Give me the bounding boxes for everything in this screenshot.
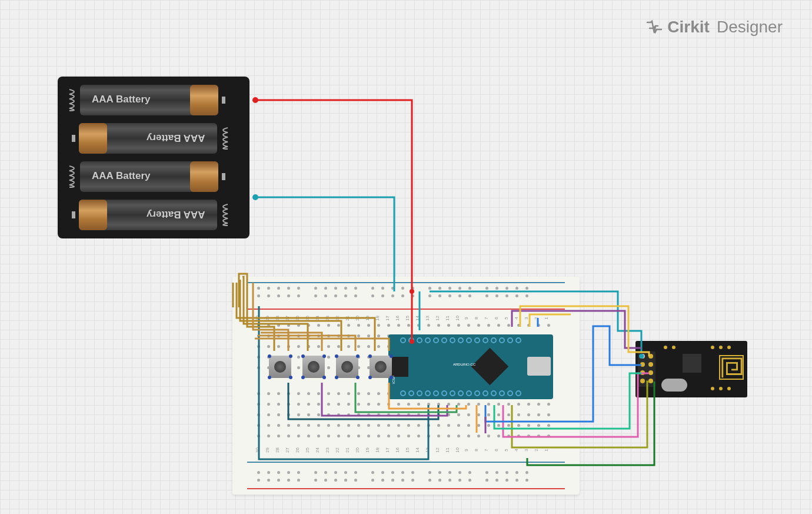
nrf24-pcb-antenna-icon [719, 355, 744, 380]
arduino-atmega-chip-icon [471, 348, 509, 386]
battery-cell-1: AAA Battery [68, 82, 239, 118]
nrf24-chip-icon [683, 354, 701, 373]
battery-label-3: AAA Battery [92, 170, 151, 182]
svg-rect-2 [222, 173, 225, 180]
svg-rect-1 [72, 135, 75, 142]
svg-rect-3 [72, 211, 75, 218]
battery-holder-4xaaa[interactable]: AAA Battery AAA Battery AAA Battery AAA … [58, 77, 249, 238]
arduino-icsp-header [391, 357, 408, 377]
push-button-2[interactable] [302, 356, 325, 378]
logo-text-brand: Cirkit [667, 18, 710, 37]
nrf24-crystal-icon [661, 379, 687, 392]
app-logo-icon [646, 20, 663, 34]
push-button-4[interactable] [370, 356, 392, 378]
push-button-3[interactable] [336, 356, 358, 378]
arduino-mini-usb-icon [527, 357, 551, 376]
nrf24-pin-header [638, 351, 655, 387]
svg-point-7 [252, 194, 258, 200]
push-button-1[interactable] [269, 356, 291, 378]
nrf24l01-module[interactable] [635, 341, 747, 397]
battery-label-2: AAA Battery [147, 132, 205, 144]
battery-cell-3: AAA Battery [68, 159, 239, 194]
battery-cell-2: AAA Battery [68, 121, 239, 156]
arduino-pins-top [400, 337, 521, 343]
battery-label-4: AAA Battery [147, 208, 205, 220]
app-logo: Cirkit Designer [646, 18, 783, 37]
arduino-pins-bottom [400, 390, 521, 396]
svg-rect-0 [222, 97, 225, 104]
arduino-nano[interactable]: ARDUINO.CCICSP [388, 334, 553, 399]
battery-cell-4: AAA Battery [68, 197, 239, 233]
battery-label-1: AAA Battery [92, 94, 151, 105]
svg-point-4 [252, 97, 258, 103]
logo-text-product: Designer [717, 18, 783, 37]
